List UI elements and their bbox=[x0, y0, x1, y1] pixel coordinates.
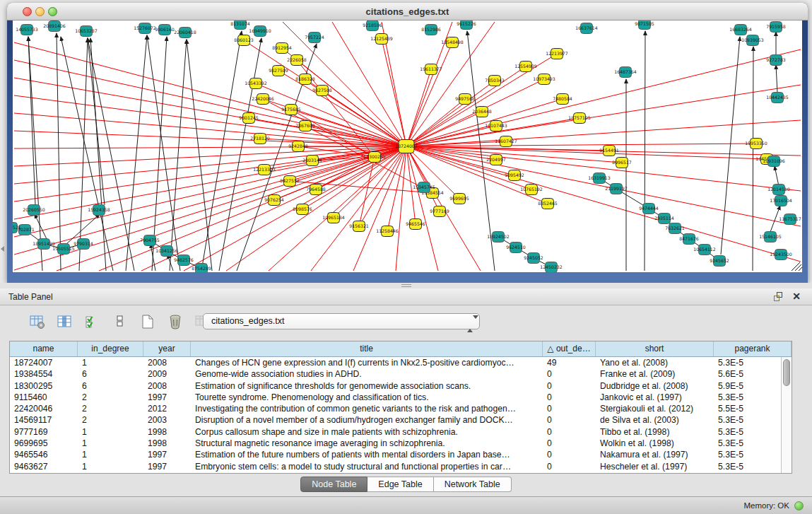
cell-out_de: 0 bbox=[543, 392, 596, 403]
network-canvas[interactable]: 1872400788601238912954222605898275091054… bbox=[13, 21, 802, 272]
table-panel-title: Table Panel bbox=[8, 288, 53, 305]
cell-name: 9777169 bbox=[10, 426, 78, 438]
table-row[interactable]: 911546021997Tourette syndrome. Phenomeno… bbox=[10, 392, 792, 403]
cell-pagerank: 5.3E-5 bbox=[714, 426, 792, 438]
cell-name: 9699695 bbox=[10, 438, 78, 449]
network-node-label: 7904755 bbox=[140, 238, 160, 243]
cell-out_de: 0 bbox=[543, 426, 596, 438]
network-node-label: 9474444 bbox=[639, 206, 659, 211]
table-row[interactable]: 946554611997Estimation of the future num… bbox=[10, 449, 792, 460]
cell-year: 1998 bbox=[143, 426, 191, 438]
show-columns-icon[interactable] bbox=[56, 313, 74, 331]
network-node-label: 10939053 bbox=[741, 37, 764, 42]
column-header-title[interactable]: title bbox=[191, 341, 543, 356]
table-row[interactable]: 977716911998Corpus callosum shape and si… bbox=[10, 426, 792, 438]
network-node-label: 8152986 bbox=[421, 27, 441, 32]
float-window-icon[interactable] bbox=[774, 292, 784, 302]
network-node-label: 12014510 bbox=[767, 187, 790, 192]
delete-column-icon[interactable] bbox=[166, 313, 184, 331]
cell-out_de: 0 bbox=[543, 438, 596, 449]
network-node-label: 16949910 bbox=[249, 28, 271, 33]
network-node-label: 10765192 bbox=[520, 187, 543, 192]
cell-in_degree: 1 bbox=[78, 426, 143, 438]
table-row[interactable]: 1830029562008Estimation of significance … bbox=[10, 380, 792, 392]
network-node-label: 20891406 bbox=[43, 23, 66, 28]
zoom-traffic-light[interactable] bbox=[48, 7, 57, 16]
network-node-label: 19611377 bbox=[420, 66, 442, 71]
network-node-label: 19505515 bbox=[52, 246, 75, 251]
column-header-out_de[interactable]: △ out_de… bbox=[543, 341, 596, 356]
network-node-label: 12213977 bbox=[546, 51, 568, 56]
cell-name: 14569117 bbox=[10, 414, 78, 426]
tab-node-table[interactable]: Node Table bbox=[300, 477, 367, 492]
network-edge bbox=[28, 37, 35, 205]
table-row[interactable]: 969969511998Structural magnetic resonanc… bbox=[10, 438, 792, 449]
network-node-label: 9245652 bbox=[710, 258, 729, 263]
select-columns-icon[interactable] bbox=[83, 313, 102, 331]
cell-year: 2012 bbox=[143, 403, 191, 414]
minimize-traffic-light[interactable] bbox=[35, 7, 45, 16]
close-icon[interactable]: ✕ bbox=[792, 291, 801, 302]
table-row[interactable]: 1456911722003Disruption of a novel membe… bbox=[10, 414, 792, 426]
table-scrollbar[interactable] bbox=[781, 357, 792, 473]
memory-status-label: Memory: OK bbox=[743, 501, 789, 510]
panel-splitter[interactable] bbox=[0, 283, 812, 288]
splitter-grip-icon[interactable] bbox=[401, 284, 411, 287]
cell-name: 9463627 bbox=[10, 461, 78, 472]
table-mode-icon[interactable] bbox=[28, 313, 47, 331]
cell-short: Dudbridge et al. (2008) bbox=[596, 380, 714, 392]
network-edge bbox=[396, 146, 406, 271]
column-header-short[interactable]: short bbox=[596, 341, 714, 356]
network-edge bbox=[14, 42, 406, 146]
cell-name: 19384554 bbox=[10, 368, 78, 380]
network-node-label: 7964588 bbox=[306, 187, 326, 192]
column-header-pagerank[interactable]: pagerank bbox=[714, 341, 792, 356]
table-row[interactable]: 946362711997Embryonic stem cells: a mode… bbox=[10, 461, 792, 472]
table-scrollbar-thumb[interactable] bbox=[783, 359, 790, 386]
cell-short: Franke et al. (2009) bbox=[596, 368, 714, 380]
network-edge bbox=[332, 22, 406, 146]
table-selector-dropdown[interactable]: citations_edges.txt bbox=[203, 313, 480, 329]
network-node-label: 9827509 bbox=[269, 68, 288, 73]
network-edge bbox=[88, 38, 134, 271]
network-node-label: 8754289 bbox=[192, 266, 211, 271]
network-node-label: 12213323 bbox=[253, 167, 276, 172]
network-node-label: 7957224 bbox=[305, 35, 324, 40]
network-graph[interactable]: 1872400788601238912954222605898275091054… bbox=[13, 21, 802, 272]
close-traffic-light[interactable] bbox=[23, 7, 32, 16]
network-node-label: 7915958 bbox=[766, 24, 786, 29]
cell-year: 2009 bbox=[143, 368, 191, 380]
network-node-label: 9482576 bbox=[174, 257, 194, 262]
network-edge bbox=[57, 33, 61, 271]
tab-edge-table[interactable]: Edge Table bbox=[367, 477, 433, 492]
table-row[interactable]: 1938455462009Genome-wide association stu… bbox=[10, 368, 792, 380]
table-body: 1872400712008Changes of HCN gene express… bbox=[10, 357, 792, 472]
network-node-label: 8427552 bbox=[280, 178, 300, 183]
column-header-in_degree[interactable]: in_degree bbox=[78, 341, 143, 356]
table-tabs: Node TableEdge TableNetwork Table bbox=[0, 477, 812, 492]
cell-year: 1997 bbox=[143, 449, 191, 460]
network-node-label: 9154491 bbox=[599, 148, 619, 153]
new-column-icon[interactable] bbox=[139, 313, 157, 331]
row-height-icon[interactable] bbox=[111, 313, 129, 331]
table-row[interactable]: 1872400712008Changes of HCN gene express… bbox=[10, 357, 792, 368]
cell-in_degree: 6 bbox=[78, 380, 143, 392]
tab-network-table[interactable]: Network Table bbox=[434, 477, 512, 492]
window-titlebar[interactable]: citations_edges.txt bbox=[7, 3, 808, 21]
column-header-year[interactable]: year bbox=[143, 341, 191, 356]
network-window: citations_edges.txt 18724007886012389129… bbox=[7, 3, 808, 283]
network-node-label: 9615226 bbox=[457, 21, 476, 26]
table-row[interactable]: 2242004622012Investigating the contribut… bbox=[10, 403, 792, 414]
cell-year: 2003 bbox=[143, 414, 191, 426]
window-title: citations_edges.txt bbox=[7, 3, 808, 21]
panel-collapse-arrow-icon[interactable] bbox=[1, 246, 4, 252]
network-edge bbox=[799, 267, 802, 271]
column-header-name[interactable]: name bbox=[10, 341, 78, 356]
cell-short: Yano et al. (2008) bbox=[596, 357, 714, 368]
memory-status-indicator-icon bbox=[794, 501, 804, 510]
network-node-label: 10654112 bbox=[693, 247, 716, 252]
cell-year: 2008 bbox=[143, 380, 191, 392]
cell-in_degree: 2 bbox=[78, 403, 143, 414]
network-node-label: 10931096 bbox=[763, 158, 785, 163]
network-node-label: 2935114 bbox=[654, 216, 674, 221]
